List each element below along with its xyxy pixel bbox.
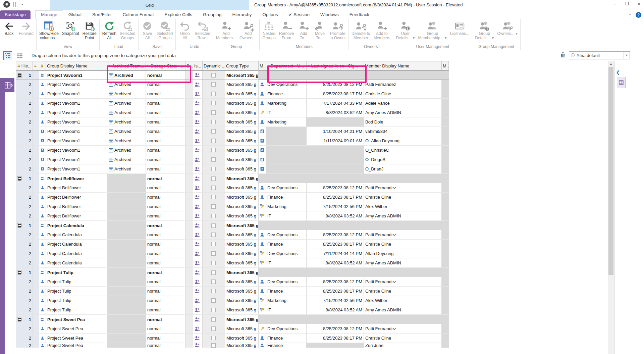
tab-column-format[interactable]: Column Format [117,11,159,19]
cell-lock[interactable] [33,80,39,89]
tab-global[interactable]: Global [63,11,87,19]
cell-hie[interactable]: 2 [16,99,33,108]
cell-dept[interactable]: Finance [266,89,307,98]
selected-rows-button[interactable]: SelectedRows [193,20,212,41]
cell-archived[interactable]: Archived [107,71,146,80]
cell-icon[interactable] [39,108,46,117]
cell-member[interactable]: Christie Cline [364,334,442,343]
cell-m1[interactable] [259,174,266,183]
cell-name[interactable]: Project Calendula [46,230,107,239]
cell-icon[interactable] [39,268,46,277]
group-membership-button[interactable]: GroupMembership... ▾ [416,20,448,41]
cell-member[interactable] [364,174,442,183]
cell-hie[interactable]: 2 [16,230,33,239]
cell-storage[interactable]: normal [146,71,185,80]
member-row[interactable]: 2Project Vavoom1ArchivednormalMicrosoft … [16,127,449,136]
member-row[interactable]: 2Project Vavoom1ArchivednormalMicrosoft … [16,99,449,108]
member-row[interactable]: 2Project BellflowernormalMicrosoft 365 g… [16,183,449,193]
cell-icon[interactable] [39,258,46,267]
cell-is[interactable] [193,99,203,108]
cell-s[interactable] [185,230,193,239]
cell-m1[interactable] [259,202,266,211]
cell-signed[interactable] [307,315,364,324]
restore-icon[interactable]: ❐ [623,1,631,6]
cell-m2[interactable] [442,211,449,220]
column-header-icon[interactable] [39,61,46,70]
restore-point-button[interactable]: RestorePoint [81,20,98,41]
cell-name[interactable]: Project Vavoom1 [46,108,107,117]
cell-icon[interactable] [39,193,46,202]
cell-name[interactable]: Project Vavoom1 [46,117,107,127]
member-row[interactable]: 2Project CalendulanormalMicrosoft 365 gF… [16,240,449,249]
cell-lock[interactable] [33,193,39,202]
cell-dept[interactable]: IT [266,258,307,267]
cell-signed[interactable]: 8/8/2024 03:52 AM [307,305,364,314]
cell-m2[interactable] [442,193,449,202]
cell-dynamic[interactable] [203,71,225,80]
cell-signed[interactable] [307,268,364,277]
cell-archived[interactable] [107,230,146,239]
cell-gtype[interactable]: Microsoft 365 g [225,249,259,258]
cell-dept[interactable] [266,174,307,183]
cell-icon[interactable] [39,71,46,80]
cell-archived[interactable] [107,221,146,230]
cell-archived[interactable] [107,249,146,258]
cell-signed[interactable]: 8/8/2024 03:52 AM [307,211,364,220]
cell-m2[interactable] [442,71,449,80]
cell-archived[interactable]: Archived [107,155,146,164]
cell-storage[interactable]: normal [146,249,185,258]
cell-member[interactable]: Bod Dole [364,117,442,127]
snapshot-button[interactable]: Snapshot [60,20,81,36]
cell-s[interactable] [185,183,193,192]
column-header-hie[interactable]: Hie... [16,61,33,70]
cell-dynamic[interactable] [203,343,225,348]
cell-name[interactable]: Project Vavoom1 [46,71,107,80]
close-icon[interactable]: ✕ [635,1,643,6]
cell-lock[interactable] [33,305,39,314]
cell-icon[interactable] [39,146,46,155]
dynamic-checkbox[interactable] [211,298,216,303]
dynamic-checkbox[interactable] [211,261,216,265]
cell-name[interactable]: Project Sweet Pea [46,315,107,324]
cell-member[interactable]: Patti Fernandez [364,324,442,333]
cell-archived[interactable]: Archived [107,80,146,89]
cell-is[interactable] [193,249,203,258]
dynamic-checkbox[interactable] [211,223,216,228]
cell-m1[interactable] [259,117,266,127]
cell-dept[interactable]: Marketing [266,117,307,127]
add-to-members-button[interactable]: Add toMembers [372,20,392,41]
cell-m1[interactable] [259,164,266,173]
cell-icon[interactable] [39,305,46,314]
cell-s[interactable] [185,146,193,155]
flat-view-icon[interactable] [15,51,24,60]
cell-archived[interactable] [107,183,146,192]
cell-lock[interactable] [33,174,39,183]
cell-hie[interactable]: 1 [16,268,33,277]
cell-member[interactable]: O_Allan Deyoung [364,136,442,145]
add-members-button[interactable]: AddMembers... [214,20,238,41]
cell-dynamic[interactable] [203,164,225,173]
cell-signed[interactable]: 7/15/2024 02:56 PM [307,296,364,305]
cell-lock[interactable] [33,136,39,145]
cell-s[interactable] [185,296,193,305]
cell-m2[interactable] [442,155,449,164]
cell-hie[interactable]: 2 [16,183,33,192]
cell-is[interactable] [193,155,203,164]
cell-storage[interactable]: normal [146,80,185,89]
scroll-up-icon[interactable]: ▲ [608,61,614,67]
column-header-storage[interactable]: ➤Storage State - ... [146,61,185,70]
cell-m1[interactable] [259,324,266,333]
member-row[interactable]: 2Project Vavoom1ArchivednormalMicrosoft … [16,164,449,174]
tab-windows[interactable]: Windows [315,11,344,19]
cell-gtype[interactable]: Microsoft 365 g [225,136,259,145]
cell-archived[interactable]: Archived [107,127,146,136]
cell-signed[interactable] [307,174,364,183]
cell-is[interactable] [193,211,203,220]
cell-icon[interactable] [39,287,46,296]
cell-icon[interactable] [39,315,46,324]
cell-dept[interactable] [266,268,307,277]
dynamic-checkbox[interactable] [211,204,216,209]
cell-lock[interactable] [33,71,39,80]
cell-m2[interactable] [442,296,449,305]
cell-m1[interactable] [259,136,266,145]
